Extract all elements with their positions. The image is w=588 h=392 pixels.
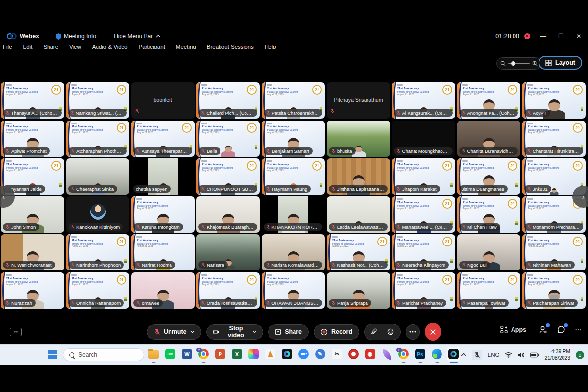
participants-panel-button[interactable] [539, 325, 547, 334]
zoom-in-icon[interactable] [532, 61, 538, 66]
language-indicator[interactable]: ENG [488, 352, 500, 358]
taskbar-icon-photoshop[interactable]: Ps [415, 349, 426, 361]
participant-tile[interactable]: 21st AnniversaryInstitute for Innovative… [196, 272, 260, 309]
participant-tile[interactable]: chettha sapyen [131, 158, 195, 195]
taskbar-icon-creative-cloud[interactable] [248, 349, 259, 361]
clock[interactable]: 4:39 PM 21/08/2023 [544, 348, 570, 361]
participant-tile[interactable]: 21st AnniversaryInstitute for Innovative… [522, 121, 586, 157]
menu-item-breakout-sessions[interactable]: Breakout Sessions [207, 44, 254, 52]
participant-tile[interactable]: 21st AnniversaryInstitute for Innovative… [66, 272, 129, 309]
minimize-button[interactable]: — [539, 33, 548, 40]
menu-item-file[interactable]: File [3, 44, 12, 52]
participant-tile[interactable]: 21st AnniversaryInstitute for Innovative… [392, 82, 455, 119]
participant-tile[interactable]: 21st AnniversaryInstitute for Innovative… [66, 121, 129, 157]
hide-menu-bar-button[interactable]: Hide Menu Bar [114, 33, 161, 40]
participant-tile[interactable]: 21st AnniversaryInstitute for Innovative… [66, 82, 129, 119]
restore-button[interactable]: ❐ [557, 33, 565, 40]
participant-tile[interactable]: 21st AnniversaryInstitute for Innovative… [262, 158, 325, 195]
taskbar-icon-zoom[interactable] [298, 349, 309, 361]
record-button[interactable]: Record [314, 324, 359, 340]
taskbar-icon-feather[interactable] [381, 349, 392, 361]
taskbar-icon-file-explorer[interactable] [148, 349, 159, 361]
taskbar-search-input[interactable]: Search [63, 348, 144, 361]
taskbar-icon-webex-meeting[interactable] [448, 349, 459, 361]
participant-tile[interactable]: 21st AnniversaryInstitute for Innovative… [392, 234, 455, 270]
participant-tile[interactable]: 21st AnniversaryInstitute for Innovative… [457, 158, 520, 195]
taskbar-icon-word[interactable]: W [181, 349, 193, 361]
reactions-smiley-icon[interactable] [387, 328, 394, 335]
taskbar-icon-whiteboard[interactable]: ✎ [315, 349, 326, 361]
taskbar-icon-edge[interactable] [431, 349, 442, 361]
chevron-down-icon[interactable] [190, 330, 195, 333]
participant-tile[interactable]: 21st AnniversaryInstitute for Innovative… [1, 272, 64, 309]
participant-tile[interactable]: 21st AnniversaryInstitute for Innovative… [1, 121, 64, 157]
taskbar-icon-webex[interactable] [281, 349, 293, 361]
participant-tile[interactable]: Panja Sriprapa [327, 272, 390, 309]
participant-tile[interactable]: 21st AnniversaryInstitute for Innovative… [196, 158, 260, 195]
participant-tile[interactable]: 21st AnniversaryInstitute for Innovative… [66, 234, 129, 270]
meeting-info-button[interactable]: Meeting Info [56, 33, 96, 40]
taskbar-icon-chrome[interactable]: T [198, 349, 209, 361]
menu-item-participant[interactable]: Participant [139, 44, 165, 52]
participant-tile[interactable]: 21st AnniversaryInstitute for Innovative… [196, 121, 260, 157]
taskbar-icon-excel[interactable]: X [231, 349, 243, 361]
participant-tile[interactable]: 21st AnniversaryInstitute for Innovative… [262, 121, 325, 157]
more-options-button[interactable] [406, 324, 420, 340]
participant-tile[interactable]: Jinthana Lapirattanakul [327, 158, 390, 195]
participant-tile[interactable]: Chanat Moungkhaoda... [392, 121, 455, 157]
zoom-slider[interactable] [508, 63, 530, 64]
leave-meeting-button[interactable] [425, 323, 441, 341]
unmute-button[interactable]: Unmute [147, 324, 201, 340]
chevron-down-icon[interactable] [253, 330, 257, 333]
participant-tile[interactable]: N. Wanichworanant [1, 234, 64, 270]
participant-tile[interactable]: boonlert [131, 82, 195, 119]
participant-tile[interactable]: KHANAKORN KORKIJ... [262, 196, 325, 233]
participant-tile[interactable]: Ngoc Bui [457, 234, 520, 270]
participant-tile[interactable]: 21st AnniversaryInstitute for Innovative… [457, 272, 520, 309]
closed-captions-icon[interactable]: cc [10, 328, 22, 336]
participant-tile[interactable]: 21st AnniversaryInstitute for Innovative… [327, 234, 390, 270]
taskbar-icon-chrome-2[interactable]: IL [398, 349, 409, 361]
battery-icon[interactable] [530, 352, 539, 358]
volume-icon[interactable] [517, 352, 525, 358]
participant-tile[interactable]: Narisara [196, 234, 260, 270]
participant-tile[interactable]: 21st AnniversaryInstitute for Innovative… [522, 272, 586, 309]
menu-item-share[interactable]: Share [43, 44, 58, 52]
taskbar-icon-snipping-tool[interactable]: ✂ [331, 349, 343, 361]
participant-tile[interactable]: Pitchaya Srisarathum [327, 82, 390, 119]
participant-tile[interactable]: Khajornsak Buaraphan [196, 196, 260, 233]
notification-count-badge[interactable]: 1 [576, 351, 584, 359]
menu-item-audio-video[interactable]: Audio & Video [92, 44, 128, 52]
participant-tile[interactable]: 21st AnniversaryInstitute for Innovative… [457, 196, 520, 233]
participant-tile[interactable]: Narisra Komalawardha... [262, 234, 325, 270]
zoom-out-icon[interactable] [500, 61, 506, 66]
paperclip-icon[interactable] [371, 328, 377, 335]
close-button[interactable]: ✕ [574, 33, 583, 40]
participant-tile[interactable]: 21st AnniversaryInstitute for Innovative… [457, 82, 520, 119]
participant-tile[interactable]: 21st AnniversaryInstitute for Innovative… [196, 82, 260, 119]
taskbar-icon-screen-recorder[interactable] [348, 349, 359, 361]
participant-tile[interactable]: 21st AnniversaryInstitute for Innovative… [392, 196, 455, 233]
participant-tile[interactable]: 21st AnniversaryInstitute for Innovative… [262, 272, 325, 309]
participant-tile[interactable]: 21st AnniversaryInstitute for Innovative… [522, 234, 586, 270]
taskbar-icon-on-air[interactable]: ◉ [365, 349, 376, 361]
layout-button[interactable]: Layout [539, 56, 582, 70]
wifi-icon[interactable] [505, 352, 512, 358]
participant-tile[interactable]: Chanita Buranavidhya... [457, 121, 520, 157]
taskbar-icon-powerpoint[interactable]: P [215, 349, 226, 361]
menu-item-edit[interactable]: Edit [23, 44, 33, 52]
tray-chevron-up-icon[interactable] [461, 353, 466, 357]
participant-tile[interactable]: 21st AnniversaryInstitute for Innovative… [392, 272, 455, 309]
participant-tile[interactable]: 21st AnniversaryInstitute for Innovative… [131, 234, 195, 270]
participant-tile[interactable]: 21st AnniversaryInstitute for Innovative… [131, 121, 195, 157]
menu-item-help[interactable]: Help [265, 44, 276, 52]
share-button[interactable]: Share [268, 324, 309, 340]
participant-tile[interactable]: 21st AnniversaryInstitute for Innovative… [262, 82, 325, 119]
tray-mic-muted-icon[interactable] [472, 350, 482, 360]
menu-item-meeting[interactable]: Meeting [176, 44, 196, 52]
menu-item-view[interactable]: View [69, 44, 81, 52]
participant-tile[interactable]: Cheeraphat Sinka [66, 158, 129, 195]
participant-tile[interactable]: 21st AnniversaryInstitute for Innovative… [131, 196, 195, 233]
participant-tile[interactable]: bhusita [327, 121, 390, 157]
participant-tile[interactable]: Kanokwan Kittiniyom [66, 196, 129, 233]
